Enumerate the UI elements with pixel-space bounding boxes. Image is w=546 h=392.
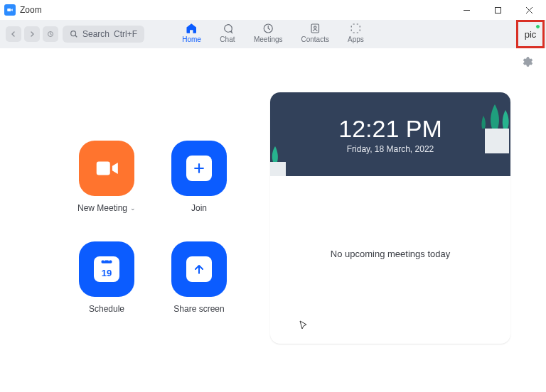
search-icon [70, 30, 78, 38]
nav-contacts[interactable]: Contacts [301, 22, 329, 43]
avatar-wrap: pic [520, 24, 540, 44]
clock-date: Friday, 18 March, 2022 [347, 144, 434, 154]
svg-line-7 [75, 36, 77, 38]
cursor-icon [299, 320, 310, 334]
forward-button[interactable] [24, 26, 40, 42]
actions-panel: New Meeting ⌄ Join 19 [0, 48, 270, 392]
apps-icon [348, 22, 363, 35]
plant-decoration-icon [456, 92, 510, 153]
search-label: Search [82, 29, 109, 39]
svg-rect-11 [97, 162, 110, 175]
home-icon [184, 22, 200, 35]
action-share-screen[interactable]: Share screen [160, 241, 238, 314]
new-meeting-label: New Meeting [77, 203, 127, 213]
nav-apps[interactable]: Apps [348, 22, 364, 43]
svg-point-6 [71, 31, 76, 36]
nav-contacts-label: Contacts [301, 36, 329, 43]
maximize-button[interactable] [482, 0, 513, 20]
window-controls [451, 0, 545, 20]
history-group [6, 26, 58, 42]
share-screen-label: Share screen [173, 304, 224, 314]
nav-apps-label: Apps [348, 36, 364, 43]
contacts-icon [307, 22, 323, 35]
main-area: New Meeting ⌄ Join 19 [0, 48, 546, 392]
toolbar: Search Ctrl+F Home Chat Meetings Conta [0, 20, 546, 48]
schedule-tile: 19 [79, 241, 134, 297]
avatar-text: pic [525, 29, 537, 40]
svg-point-10 [314, 26, 316, 28]
svg-point-14 [108, 260, 109, 261]
svg-rect-2 [495, 7, 500, 13]
close-button[interactable] [513, 0, 545, 20]
history-button[interactable] [43, 26, 58, 42]
title-bar: Zoom [0, 0, 546, 20]
action-schedule[interactable]: 19 Schedule [68, 241, 146, 314]
svg-rect-0 [7, 9, 11, 11]
nav-chat[interactable]: Chat [220, 22, 235, 43]
profile-avatar[interactable]: pic [520, 24, 540, 44]
action-join[interactable]: Join [160, 141, 238, 213]
svg-rect-12 [102, 261, 112, 263]
card-header: 12:21 PM Friday, 18 March, 2022 [270, 92, 510, 176]
clock-time: 12:21 PM [338, 115, 442, 143]
nav-meetings-label: Meetings [254, 36, 283, 43]
back-button[interactable] [6, 26, 21, 42]
svg-rect-16 [270, 162, 286, 176]
minimize-button[interactable] [451, 0, 482, 20]
app-icon [4, 4, 16, 16]
nav-chat-label: Chat [220, 36, 235, 43]
chevron-down-icon[interactable]: ⌄ [130, 205, 136, 212]
plant-decoration-icon [270, 128, 300, 176]
join-tile [171, 141, 227, 196]
presence-indicator [535, 24, 540, 29]
share-screen-tile [171, 241, 227, 297]
new-meeting-tile [79, 141, 134, 196]
nav-home-label: Home [182, 36, 201, 43]
search-shortcut: Ctrl+F [114, 29, 137, 39]
plus-icon [186, 156, 212, 181]
svg-point-13 [104, 260, 105, 261]
svg-rect-15 [485, 129, 509, 153]
chat-icon [220, 22, 235, 35]
action-new-meeting[interactable]: New Meeting ⌄ [68, 141, 146, 213]
main-nav: Home Chat Meetings Contacts Apps [182, 20, 364, 48]
nav-home[interactable]: Home [182, 22, 201, 43]
schedule-label: Schedule [89, 304, 124, 314]
calendar-icon: 19 [94, 256, 119, 282]
join-label: Join [191, 203, 207, 213]
empty-state-text: No upcoming meetings today [270, 249, 510, 259]
meetings-icon [260, 22, 276, 35]
search-box[interactable]: Search Ctrl+F [63, 26, 144, 43]
upcoming-card: 12:21 PM Friday, 18 March, 2022 No upcom… [270, 92, 510, 344]
window-title: Zoom [20, 5, 42, 15]
arrow-up-icon [186, 256, 212, 282]
nav-meetings[interactable]: Meetings [254, 22, 283, 43]
